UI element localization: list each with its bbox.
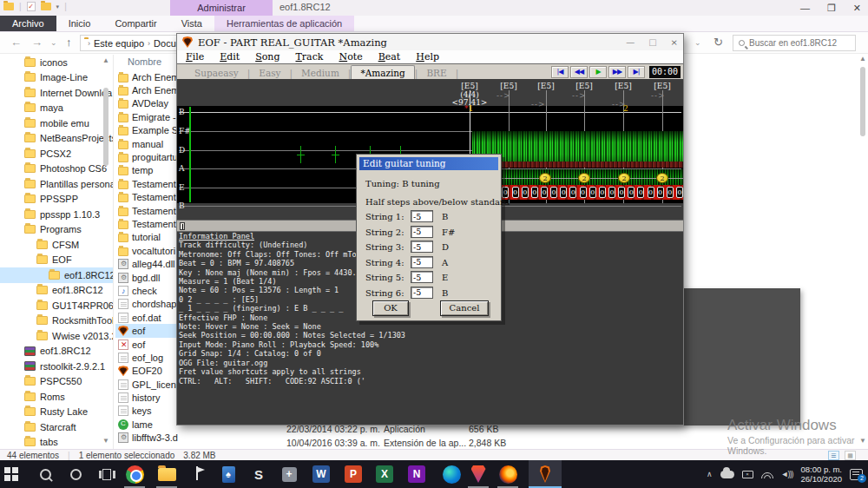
file-row[interactable]: history bbox=[115, 391, 178, 404]
beat-fret-value[interactable]: 0 bbox=[550, 187, 557, 198]
beat-fret-value[interactable]: 0 bbox=[560, 187, 567, 198]
tree-item-tabs[interactable]: tabs bbox=[0, 435, 113, 450]
file-row[interactable]: libfftw3-3.dll bbox=[115, 432, 178, 445]
tree-item-photoshop-cs6[interactable]: Photoshop CS6 bbox=[0, 162, 113, 177]
scroll-up-icon[interactable]: ▲ bbox=[101, 56, 111, 64]
tree-item-eof1-8rc12[interactable]: eof1.8RC12 bbox=[0, 344, 113, 359]
menu-help[interactable]: Help bbox=[416, 51, 439, 63]
file-row[interactable]: Testament bbox=[115, 177, 178, 190]
breadcrumb[interactable]: › Este equipo › Docume bbox=[80, 35, 177, 51]
beat-fret-value[interactable]: 0 bbox=[512, 187, 519, 198]
tab-herramientas[interactable]: Herramientas de aplicación bbox=[214, 16, 354, 31]
play-icon[interactable]: ▶ bbox=[589, 66, 607, 78]
tree-item-netbeansprojects[interactable]: NetBeansProjects bbox=[0, 131, 113, 147]
file-row[interactable]: eof.dat bbox=[115, 311, 178, 324]
beat-fret-value[interactable]: 0 bbox=[502, 187, 509, 198]
wifi-icon[interactable] bbox=[761, 470, 773, 478]
file-row[interactable]: Emigrate - bbox=[115, 110, 178, 123]
string-offset-input[interactable] bbox=[411, 210, 433, 222]
column-header-name[interactable]: Nombre bbox=[115, 55, 178, 70]
clock[interactable]: 08:00 p. m. 26/10/2020 bbox=[800, 465, 842, 484]
beat-fret-value[interactable]: 0 bbox=[676, 187, 683, 198]
golf-game-icon[interactable] bbox=[187, 464, 207, 485]
menu-note[interactable]: Note bbox=[339, 51, 363, 63]
string-offset-input[interactable] bbox=[411, 226, 433, 238]
tree-item-rusty-lake[interactable]: Rusty Lake bbox=[0, 405, 113, 420]
tree-item-pcsx2[interactable]: PCSX2 bbox=[0, 146, 113, 162]
menu-song[interactable]: Song bbox=[255, 51, 279, 63]
file-row[interactable]: proguitartu bbox=[115, 150, 178, 163]
tree-item-eof[interactable]: EOF bbox=[0, 253, 113, 268]
tree-item-starcraft[interactable]: Starcraft bbox=[0, 419, 113, 435]
generic-app-icon[interactable]: + bbox=[279, 464, 299, 485]
refresh-icon[interactable]: ↻ bbox=[713, 36, 723, 49]
brave-icon[interactable] bbox=[468, 464, 489, 485]
beat-fret-value[interactable]: 0 bbox=[648, 187, 654, 198]
tree-item-pspc550[interactable]: PSPC550 bbox=[0, 374, 113, 390]
file-row[interactable]: check bbox=[115, 284, 178, 297]
tree-item-iconos[interactable]: iconos bbox=[0, 55, 113, 70]
file-row[interactable]: eof bbox=[115, 324, 178, 337]
steep-icon[interactable]: S bbox=[248, 464, 269, 485]
tree-item-eof1-8rc12[interactable]: eof1.8RC12 bbox=[0, 267, 113, 283]
close-button[interactable]: × bbox=[671, 37, 678, 47]
tree-item-plantillas-persona[interactable]: Plantillas persona bbox=[0, 176, 113, 192]
scroll-thumb[interactable] bbox=[103, 88, 108, 166]
note-marker[interactable] bbox=[297, 151, 305, 159]
forward-end-icon[interactable]: ▶| bbox=[628, 66, 645, 78]
string-offset-input[interactable] bbox=[411, 256, 433, 268]
ribbon-context-tab[interactable]: Administrar bbox=[170, 0, 273, 16]
file-row[interactable]: tutorial bbox=[115, 231, 178, 244]
tab-vista[interactable]: Vista bbox=[169, 16, 214, 31]
tree-scrollbar[interactable]: ▲ ▼ bbox=[101, 55, 111, 447]
file-row[interactable]: vocaltutori bbox=[115, 244, 178, 257]
tree-item-ppsspp-1-10-3[interactable]: ppsspp 1.10.3 bbox=[0, 207, 113, 222]
tree-item-ppsspp[interactable]: PPSSPP bbox=[0, 192, 113, 208]
difficulty-tab-supaeasy[interactable]: Supaeasy bbox=[186, 66, 247, 79]
menu-track[interactable]: Track bbox=[296, 51, 324, 63]
search-icon[interactable] bbox=[35, 464, 56, 485]
cancel-button[interactable]: Cancel bbox=[440, 300, 489, 316]
tree-item-internet-downloa[interactable]: Internet Downloa bbox=[0, 85, 113, 101]
string-offset-input[interactable] bbox=[411, 241, 433, 253]
main-scrollbar[interactable]: ▲ ▼ bbox=[858, 55, 868, 447]
beat-fret-value[interactable]: 0 bbox=[599, 187, 606, 198]
beat-fret-value[interactable]: 0 bbox=[569, 187, 576, 198]
tree-item-image-line[interactable]: Image-Line bbox=[0, 70, 113, 86]
forward-icon[interactable]: ▶▶ bbox=[608, 66, 626, 78]
tree-item-wwise-v2013-2-[interactable]: Wwise v2013.2. bbox=[0, 328, 113, 344]
note-marker[interactable] bbox=[332, 151, 339, 159]
powerpoint-icon[interactable]: P bbox=[343, 464, 364, 485]
beat-fret-value[interactable]: 0 bbox=[657, 187, 664, 198]
beat-fret-value[interactable]: 0 bbox=[667, 187, 674, 198]
scroll-down-icon[interactable]: ▼ bbox=[101, 437, 111, 445]
tab-archivo[interactable]: Archivo bbox=[0, 16, 56, 31]
tree-item-roms[interactable]: Roms bbox=[0, 389, 113, 405]
file-row[interactable]: manual bbox=[115, 137, 178, 150]
beat-fret-value[interactable]: 0 bbox=[541, 187, 548, 198]
search-box[interactable] bbox=[733, 35, 856, 51]
forward-icon[interactable]: → bbox=[31, 36, 43, 49]
tone-marker[interactable]: 2 bbox=[656, 173, 668, 183]
file-row[interactable]: GPL_licens bbox=[115, 378, 178, 391]
tab-compartir[interactable]: Compartir bbox=[102, 16, 168, 31]
tone-marker[interactable]: 2 bbox=[539, 173, 551, 183]
tree-item-programs[interactable]: Programs bbox=[0, 222, 113, 238]
breadcrumb-segment[interactable]: Este equipo bbox=[94, 38, 144, 49]
tree-item-maya[interactable]: maya bbox=[0, 101, 113, 116]
difficulty-tab-medium[interactable]: Medium bbox=[293, 66, 348, 79]
menu-edit[interactable]: Edit bbox=[220, 51, 240, 63]
firefox-icon[interactable] bbox=[497, 464, 518, 485]
tone-marker[interactable]: 2 bbox=[578, 173, 590, 183]
dialog-titlebar[interactable]: Edit guitar tuning bbox=[359, 157, 498, 170]
qat-dropdown-icon[interactable]: ▾ bbox=[56, 3, 60, 10]
chrome-icon[interactable] bbox=[124, 464, 145, 485]
string-offset-input[interactable] bbox=[411, 287, 433, 299]
beat-fret-value[interactable]: 0 bbox=[637, 187, 644, 198]
file-row[interactable]: keys bbox=[115, 405, 178, 418]
tray-overflow-icon[interactable]: ∧ bbox=[707, 470, 713, 478]
word-icon[interactable]: W bbox=[311, 464, 332, 485]
tree-item-gu1t4rpr06bl[interactable]: GU1T4RPR06bL bbox=[0, 298, 113, 313]
file-row[interactable]: Example Sc bbox=[115, 124, 178, 137]
file-row[interactable]: chordshape bbox=[115, 298, 178, 311]
